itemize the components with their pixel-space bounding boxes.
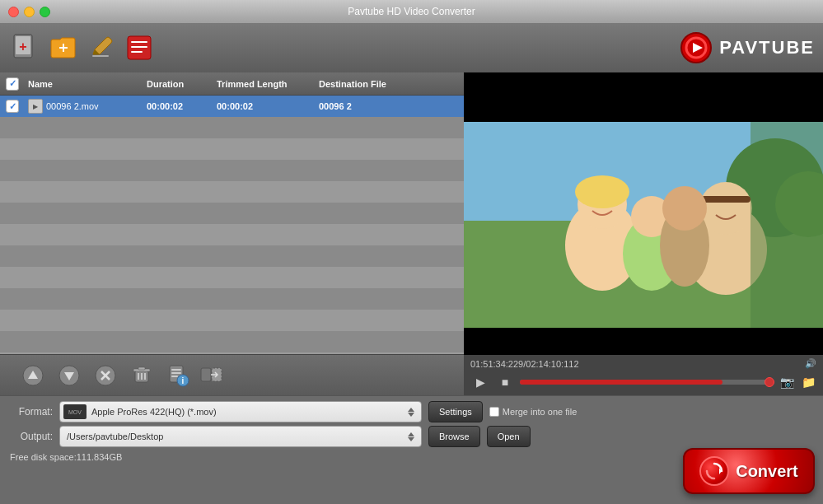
output-label: Output: (10, 431, 53, 442)
output-row: Output: /Users/pavtube/Desktop Browse Op… (10, 426, 813, 447)
svg-rect-22 (138, 367, 145, 370)
table-row-empty-10 (0, 310, 464, 331)
col-header-trimmed: Trimmed Length (217, 79, 316, 89)
output-arrow-up-icon (408, 432, 414, 436)
app-title: Pavtube HD Video Converter (348, 6, 475, 17)
svg-point-47 (662, 186, 707, 231)
add-folder-button[interactable] (46, 30, 81, 65)
output-selector[interactable]: /Users/pavtube/Desktop (59, 426, 422, 447)
file-dest: 00096 2 (316, 101, 464, 111)
svg-rect-32 (201, 368, 211, 381)
preview-panel: 01:51:34:229/02:14:10:112 🔊 ▶ ■ 📷 📁 (464, 72, 823, 395)
svg-point-40 (575, 175, 629, 208)
delete-button[interactable] (89, 361, 122, 390)
col-header-dest: Destination File (316, 79, 464, 89)
format-row: Format: MOV Apple ProRes 422(HQ) (*.mov)… (10, 401, 813, 422)
svg-rect-28 (171, 372, 181, 374)
video-image (464, 122, 823, 328)
table-row-empty-5 (0, 203, 464, 224)
minimize-button[interactable] (24, 7, 35, 17)
row-checkbox[interactable] (6, 100, 19, 113)
main-content: Name Duration Trimmed Length Destination… (0, 72, 823, 395)
file-info-button[interactable]: i (161, 361, 194, 390)
merge-label: Merge into one file (503, 407, 578, 417)
file-name: 00096 2.mov (46, 101, 99, 111)
svg-rect-7 (92, 55, 109, 57)
titlebar: Pavtube HD Video Converter (0, 0, 823, 23)
select-all-checkbox[interactable] (6, 77, 19, 91)
arrow-up-icon (408, 408, 414, 412)
output-dropdown-arrows (404, 432, 418, 441)
progress-knob[interactable] (765, 377, 774, 387)
clear-all-button[interactable] (125, 361, 158, 390)
svg-rect-27 (171, 369, 181, 371)
convert-label: Convert (736, 462, 798, 481)
format-file-icon: MOV (63, 404, 87, 419)
svg-rect-11 (131, 51, 143, 53)
playback-bar: ▶ ■ 📷 📁 (470, 372, 816, 392)
svg-text:+: + (19, 40, 26, 54)
add-file-icon: + + (11, 33, 40, 63)
svg-rect-48 (751, 122, 823, 328)
browse-button[interactable]: Browse (428, 426, 480, 447)
convert-button[interactable]: Convert (683, 448, 815, 494)
table-row-empty-4 (0, 181, 464, 203)
toolbar: + + (0, 23, 823, 72)
time-display: 01:51:34:229/02:14:10:112 🔊 (470, 358, 816, 369)
move-down-icon (58, 364, 81, 387)
add-folder-icon (49, 33, 78, 63)
table-row-empty-3 (0, 160, 464, 181)
close-button[interactable] (8, 7, 19, 17)
header-checkbox-col (0, 77, 25, 91)
svg-rect-43 (701, 196, 751, 203)
format-selector[interactable]: MOV Apple ProRes 422(HQ) (*.mov) (59, 401, 422, 422)
toolbar-left: + + (8, 30, 157, 65)
edit-icon (87, 33, 116, 63)
merge-checkbox[interactable] (489, 407, 499, 417)
move-down-button[interactable] (53, 361, 86, 390)
format-label: Format: (10, 406, 53, 418)
arrow-down-icon (408, 413, 414, 417)
task-list-icon (124, 33, 154, 63)
move-up-button[interactable] (16, 361, 49, 390)
merge-icon (200, 364, 228, 387)
format-dropdown-arrows (404, 408, 418, 417)
maximize-button[interactable] (40, 7, 50, 17)
row-checkbox-col (0, 100, 25, 113)
snapshot-icon[interactable]: 📷 (779, 374, 795, 390)
svg-point-42 (699, 182, 752, 235)
svg-rect-6 (63, 44, 64, 52)
convert-icon (699, 456, 729, 486)
file-type-icon: ▶ (28, 99, 43, 114)
preview-controls: 01:51:34:229/02:14:10:112 🔊 ▶ ■ 📷 📁 (464, 355, 823, 395)
svg-text:i: i (182, 376, 185, 385)
output-value: /Users/pavtube/Desktop (63, 432, 404, 441)
clear-all-icon (130, 364, 153, 387)
open-button[interactable]: Open (487, 426, 531, 447)
file-action-toolbar: i (0, 354, 464, 395)
file-duration: 00:00:02 (147, 101, 217, 111)
table-row-empty-7 (0, 245, 464, 267)
progress-fill (520, 380, 722, 385)
progress-track[interactable] (520, 380, 774, 385)
play-button[interactable]: ▶ (470, 372, 490, 392)
output-folder-icon[interactable]: 📁 (800, 374, 816, 390)
move-up-icon (21, 364, 44, 387)
video-black-bottom (464, 328, 823, 355)
task-list-button[interactable] (122, 30, 157, 65)
file-list-body: ▶ 00096 2.mov 00:00:02 00:00:02 00096 2 (0, 96, 464, 354)
stop-button[interactable]: ■ (495, 372, 515, 392)
table-row-empty-11 (0, 331, 464, 352)
video-black-top (464, 72, 823, 122)
time-current-total: 01:51:34:229/02:14:10:112 (470, 359, 579, 369)
pavtube-logo-icon (680, 31, 713, 64)
merge-button[interactable] (198, 361, 231, 390)
volume-icon[interactable]: 🔊 (805, 358, 816, 369)
app-logo-text: PAVTUBE (719, 37, 815, 58)
add-file-button[interactable]: + + (8, 30, 43, 65)
table-row[interactable]: ▶ 00096 2.mov 00:00:02 00:00:02 00096 2 (0, 96, 464, 117)
settings-button[interactable]: Settings (428, 401, 483, 422)
edit-button[interactable] (84, 30, 119, 65)
table-row-empty-8 (0, 267, 464, 288)
svg-rect-29 (171, 376, 178, 377)
